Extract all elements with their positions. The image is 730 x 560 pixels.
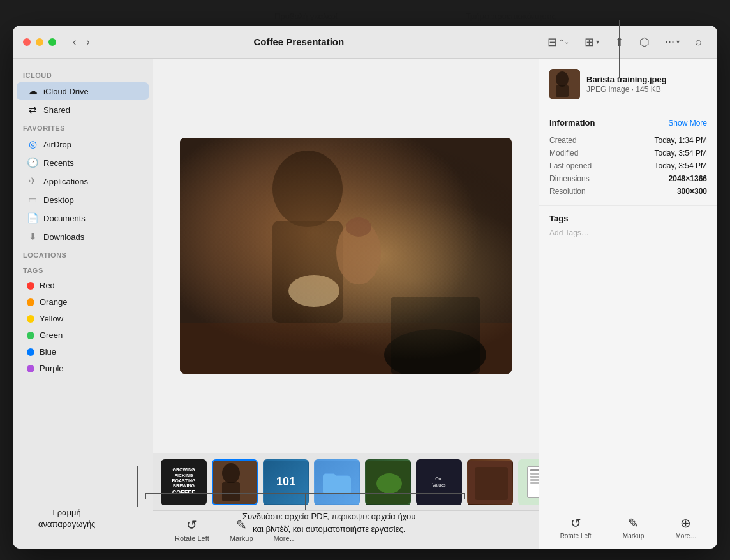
thumb-3-label: 101 (276, 475, 295, 489)
sidebar-section-icloud: iCloud (13, 66, 153, 82)
barista-svg (180, 138, 512, 374)
sidebar-item-documents[interactable]: 📄 Documents (17, 209, 149, 227)
info-row-dimensions: Dimensions 2048×1366 (549, 172, 707, 185)
sidebar: iCloud ☁ iCloud Drive ⇄ Shared Favorites… (13, 59, 153, 549)
tag-dot-orange (27, 298, 34, 306)
sidebar-item-downloads-label: Downloads (43, 232, 84, 242)
tags-section: Tags Add Tags… (539, 206, 717, 245)
resolution-value: 300×300 (677, 187, 707, 196)
preview-file-info: Barista training.jpeg JPEG image · 145 K… (586, 75, 707, 94)
sidebar-item-applications[interactable]: ✈ Applications (17, 172, 149, 190)
more-actions-button[interactable]: ··· More… (265, 514, 306, 546)
search-icon: ⌕ (695, 35, 702, 48)
more-actions-icon: ··· (279, 518, 290, 533)
thumb-7-img (468, 461, 513, 505)
share-button[interactable]: ⬆ (609, 32, 629, 52)
view-toggle-chevron: ⌃⌄ (559, 38, 569, 45)
sidebar-section-locations: Locations (13, 246, 153, 262)
thumbnail-3[interactable]: 101 (263, 459, 309, 505)
preview-markup-button[interactable]: ✎ Markup (616, 512, 650, 543)
sidebar-section-tags: Tags (13, 262, 153, 277)
tag-dot-purple (27, 365, 34, 372)
thumbnail-7[interactable] (467, 459, 513, 505)
sidebar-item-downloads[interactable]: ⬇ Downloads (17, 228, 149, 246)
callout-gallery-view: Προβολή γκαλερί (274, 11, 338, 21)
close-button[interactable] (23, 38, 31, 46)
traffic-lights (23, 38, 56, 46)
thumb-2-img (213, 461, 258, 505)
modified-label: Modified (549, 149, 578, 158)
more-options-button[interactable]: ··· ▾ (660, 32, 685, 52)
preview-rotate-left-button[interactable]: ↺ Rotate Left (554, 512, 598, 543)
tag-label-orange: Orange (40, 297, 67, 307)
thumbnail-4[interactable] (314, 459, 360, 505)
tags-title: Tags (549, 214, 707, 223)
svg-point-4 (336, 221, 381, 284)
sidebar-item-desktop-label: Desktop (43, 195, 74, 205)
svg-rect-0 (180, 138, 512, 374)
tag-dot-green (27, 332, 34, 339)
sidebar-item-tag-red[interactable]: Red (17, 277, 149, 293)
sidebar-item-tag-blue[interactable]: Blue (17, 344, 149, 360)
view-options-chevron: ▾ (596, 38, 599, 45)
thumbnail-5[interactable] (365, 459, 411, 505)
svg-rect-9 (391, 297, 480, 374)
thumb-6-label: OurValues (433, 476, 446, 487)
resolution-label: Resolution (549, 187, 586, 196)
rotate-left-icon: ↺ (186, 517, 197, 533)
markup-button[interactable]: ✎ Markup (221, 513, 262, 546)
thumbnail-8[interactable] (518, 459, 539, 505)
sidebar-item-tag-green[interactable]: Green (17, 327, 149, 343)
preview-more-button[interactable]: ⊕ More… (669, 512, 703, 543)
dimensions-value: 2048×1366 (669, 174, 707, 183)
view-options-icon: ⊞ (585, 35, 594, 49)
more-options-icon: ··· (665, 35, 674, 48)
last-opened-label: Last opened (549, 161, 592, 170)
sidebar-item-recents[interactable]: 🕐 Recents (17, 154, 149, 172)
thumb-4-icon (323, 470, 351, 494)
info-row-resolution: Resolution 300×300 (549, 185, 707, 198)
show-more-button[interactable]: Show More (668, 119, 707, 128)
dimensions-label: Dimensions (549, 174, 590, 183)
maximize-button[interactable] (48, 38, 56, 46)
share-icon: ⬆ (615, 35, 624, 49)
preview-header: Barista training.jpeg JPEG image · 145 K… (539, 59, 717, 110)
svg-rect-19 (556, 85, 569, 97)
last-opened-value: Today, 3:54 PM (655, 161, 708, 170)
main-image[interactable] (180, 138, 512, 374)
tag-icon: ⬡ (639, 35, 650, 49)
thumbnail-6[interactable]: OurValues (416, 459, 462, 505)
sidebar-item-tag-orange[interactable]: Orange (17, 294, 149, 310)
sidebar-item-airdrop[interactable]: ◎ AirDrop (17, 135, 149, 153)
sidebar-item-icloud-drive-label: iCloud Drive (43, 87, 89, 96)
thumbnail-1[interactable]: GROWINGPICKINGROASTINGBREWINGCOFFEE (161, 459, 207, 505)
view-toggle-icon: ⊟ (548, 35, 557, 49)
rotate-left-label: Rotate Left (175, 534, 209, 542)
sidebar-item-applications-label: Applications (43, 177, 88, 186)
sidebar-item-desktop[interactable]: ▭ Desktop (17, 191, 149, 209)
add-tags-placeholder[interactable]: Add Tags… (549, 228, 707, 237)
tag-label-purple: Purple (40, 364, 64, 373)
sidebar-item-recents-label: Recents (43, 158, 74, 168)
preview-bottom-actions: ↺ Rotate Left ✎ Markup ⊕ More… (539, 506, 717, 549)
sidebar-item-airdrop-label: AirDrop (43, 140, 71, 149)
thumb-1-label: GROWINGPICKINGROASTINGBREWINGCOFFEE (170, 465, 198, 498)
search-button[interactable]: ⌕ (690, 32, 707, 52)
svg-point-6 (288, 275, 339, 307)
main-area: iCloud ☁ iCloud Drive ⇄ Shared Favorites… (13, 59, 717, 549)
window-title: Coffee Presentation (63, 36, 535, 47)
tag-label-green: Green (40, 330, 63, 340)
sidebar-item-icloud-drive[interactable]: ☁ iCloud Drive (17, 82, 149, 100)
minimize-button[interactable] (36, 38, 43, 46)
rotate-left-button[interactable]: ↺ Rotate Left (166, 513, 218, 546)
sidebar-item-tag-yellow[interactable]: Yellow (17, 311, 149, 327)
svg-point-18 (556, 71, 569, 87)
view-options-button[interactable]: ⊞ ▾ (579, 32, 604, 52)
tag-button[interactable]: ⬡ (634, 32, 655, 52)
sidebar-item-shared[interactable]: ⇄ Shared (17, 101, 149, 119)
preview-rotate-left-label: Rotate Left (560, 533, 592, 540)
view-toggle-button[interactable]: ⊟ ⌃⌄ (542, 32, 574, 52)
svg-rect-1 (180, 138, 512, 374)
sidebar-item-tag-purple[interactable]: Purple (17, 360, 149, 376)
thumbnail-2[interactable] (212, 459, 258, 505)
